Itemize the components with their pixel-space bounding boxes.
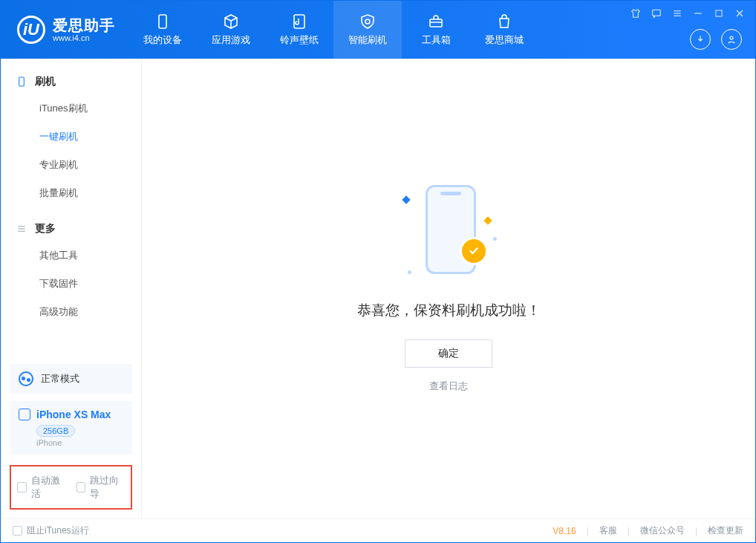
status-bar: 阻止iTunes运行 V8.16 | 客服 | 微信公众号 | 检查更新	[1, 518, 755, 542]
sidebar-title: 更多	[35, 222, 56, 235]
sidebar-item-download-firmware[interactable]: 下载固件	[1, 270, 141, 298]
logo-icon: iU	[17, 16, 45, 44]
nav-label: 爱思商城	[485, 33, 524, 47]
checkbox-block-itunes[interactable]: 阻止iTunes运行	[13, 524, 89, 537]
svg-rect-6	[19, 77, 25, 86]
device-capacity: 256GB	[36, 425, 75, 437]
device-card[interactable]: iPhone XS Max 256GB iPhone	[10, 401, 132, 455]
svg-point-5	[730, 36, 733, 39]
bag-icon	[495, 13, 513, 30]
checkbox-label: 阻止iTunes运行	[27, 524, 89, 537]
feedback-icon[interactable]	[650, 7, 663, 20]
confirm-button[interactable]: 确定	[405, 339, 492, 368]
cube-icon	[222, 13, 240, 30]
logo-title: 爱思助手	[53, 17, 115, 33]
checkbox-box	[76, 482, 86, 492]
sidebar-item-oneclick-flash[interactable]: 一键刷机	[1, 123, 141, 151]
header-actions	[690, 29, 742, 50]
success-message: 恭喜您，保资料刷机成功啦！	[357, 301, 541, 320]
nav-label: 智能刷机	[348, 33, 387, 47]
nav-label: 铃声壁纸	[280, 33, 319, 47]
wechat-link[interactable]: 微信公众号	[640, 524, 685, 537]
main-nav: 我的设备 应用游戏 铃声壁纸 智能刷机 工具箱 爱思商城	[128, 1, 538, 59]
main-content: 恭喜您，保资料刷机成功啦！ 确定 查看日志	[142, 59, 755, 518]
account-button[interactable]	[721, 29, 742, 50]
maximize-button[interactable]	[712, 7, 726, 20]
nav-apps-games[interactable]: 应用游戏	[197, 1, 265, 59]
window-controls	[629, 7, 746, 20]
sidebar: 刷机 iTunes刷机 一键刷机 专业刷机 批量刷机 更多 其他工具 下载固件 …	[1, 59, 142, 518]
music-file-icon	[290, 13, 308, 30]
nav-my-device[interactable]: 我的设备	[128, 1, 197, 59]
nav-store[interactable]: 爱思商城	[470, 1, 538, 59]
checkbox-label: 自动激活	[31, 474, 66, 501]
sidebar-item-pro-flash[interactable]: 专业刷机	[1, 151, 141, 179]
svg-rect-0	[159, 15, 166, 28]
phone-icon	[16, 76, 27, 88]
sidebar-item-other-tools[interactable]: 其他工具	[1, 241, 141, 270]
download-button[interactable]	[690, 29, 711, 50]
logo-url: www.i4.cn	[53, 33, 115, 42]
nav-label: 应用游戏	[212, 33, 250, 47]
menu-icon[interactable]	[671, 7, 684, 20]
device-small-icon	[19, 409, 30, 420]
svg-rect-2	[430, 19, 442, 27]
device-icon	[154, 13, 172, 30]
sidebar-item-itunes-flash[interactable]: iTunes刷机	[1, 94, 141, 123]
sidebar-group-more: 更多 其他工具 下载固件 高级功能	[1, 216, 141, 326]
svg-rect-3	[653, 10, 661, 16]
options-row: 自动激活 跳过向导	[10, 465, 132, 510]
close-button[interactable]	[733, 7, 746, 20]
nav-ringtone-wallpaper[interactable]: 铃声壁纸	[265, 1, 333, 59]
nav-smart-flash[interactable]: 智能刷机	[333, 1, 402, 59]
view-log-link[interactable]: 查看日志	[429, 380, 468, 393]
device-name: iPhone XS Max	[36, 409, 111, 420]
mode-card[interactable]: 正常模式	[10, 364, 132, 394]
list-icon	[16, 223, 27, 235]
checkbox-label: 跳过向导	[90, 474, 125, 501]
nav-label: 我的设备	[143, 33, 182, 47]
minimize-button[interactable]	[691, 7, 705, 20]
version-label: V8.16	[553, 526, 576, 536]
checkbox-box	[17, 482, 27, 492]
mode-icon	[19, 371, 33, 386]
shirt-icon[interactable]	[629, 7, 642, 20]
shield-refresh-icon	[359, 13, 377, 30]
sidebar-head-more[interactable]: 更多	[1, 216, 141, 241]
support-link[interactable]: 客服	[599, 524, 617, 537]
success-illustration	[393, 185, 504, 282]
toolbox-icon	[427, 13, 445, 30]
device-subtitle: iPhone	[36, 438, 123, 447]
checkbox-skip-guide[interactable]: 跳过向导	[76, 474, 126, 501]
mode-label: 正常模式	[41, 372, 79, 386]
checkbox-box	[13, 526, 22, 536]
svg-rect-4	[716, 10, 722, 16]
logo: iU 爱思助手 www.i4.cn	[1, 1, 128, 59]
check-update-link[interactable]: 检查更新	[708, 524, 743, 537]
sidebar-item-batch-flash[interactable]: 批量刷机	[1, 179, 141, 207]
sidebar-head-flash[interactable]: 刷机	[1, 69, 141, 94]
check-badge-icon	[460, 237, 488, 265]
nav-toolbox[interactable]: 工具箱	[402, 1, 470, 59]
checkbox-auto-activate[interactable]: 自动激活	[17, 474, 66, 501]
sidebar-item-advanced[interactable]: 高级功能	[1, 298, 141, 326]
app-header: iU 爱思助手 www.i4.cn 我的设备 应用游戏 铃声壁纸 智能刷机 工具…	[1, 1, 755, 59]
nav-label: 工具箱	[422, 33, 451, 47]
sidebar-title: 刷机	[35, 75, 56, 88]
sidebar-group-flash: 刷机 iTunes刷机 一键刷机 专业刷机 批量刷机	[1, 69, 141, 207]
